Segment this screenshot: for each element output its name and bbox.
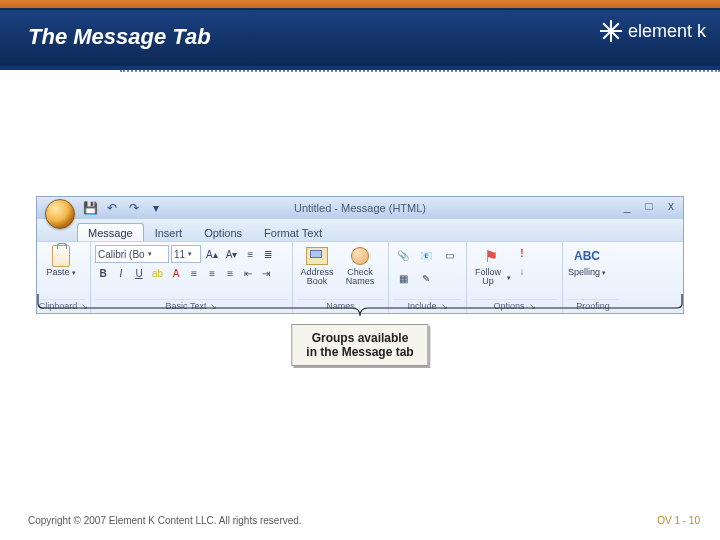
tab-insert[interactable]: Insert — [144, 223, 194, 241]
brand-star-icon — [600, 20, 622, 42]
redo-icon[interactable]: ↷ — [125, 199, 143, 217]
chevron-down-icon: ▾ — [72, 269, 76, 276]
window-title: Untitled - Message (HTML) — [294, 202, 426, 214]
spelling-button[interactable]: ABC Spelling▾ — [567, 245, 607, 277]
bullets-button[interactable]: ≡ — [242, 246, 258, 262]
footer-pageno: OV 1 - 10 — [657, 515, 700, 526]
callout-box: Groups available in the Message tab — [291, 324, 428, 366]
titlebar: 💾 ↶ ↷ ▾ Untitled - Message (HTML) _ □ x — [37, 197, 683, 219]
numbering-button[interactable]: ≣ — [260, 246, 276, 262]
check-names-button[interactable]: Check Names — [340, 245, 380, 287]
font-size-combo[interactable]: 11▾ — [171, 245, 201, 263]
check-names-icon — [351, 247, 369, 265]
font-color-button[interactable]: A — [168, 265, 184, 281]
business-card-button[interactable]: ▭ — [439, 245, 459, 265]
window-controls: _ □ x — [619, 199, 679, 213]
minimize-button[interactable]: _ — [619, 199, 635, 213]
attach-file-button[interactable]: 📎 — [393, 245, 413, 265]
bold-button[interactable]: B — [95, 265, 111, 281]
clipboard-icon — [52, 245, 70, 267]
tab-options[interactable]: Options — [193, 223, 253, 241]
address-book-button[interactable]: Address Book — [297, 245, 337, 287]
tab-format-text[interactable]: Format Text — [253, 223, 333, 241]
close-button[interactable]: x — [663, 199, 679, 213]
quick-access-toolbar: 💾 ↶ ↷ ▾ — [81, 199, 165, 217]
callout-line: in the Message tab — [306, 345, 413, 359]
ribbon-tabbar: Message Insert Options Format Text — [37, 219, 683, 241]
font-name-combo[interactable]: Calibri (Bo▾ — [95, 245, 169, 263]
qat-dropdown-icon[interactable]: ▾ — [147, 199, 165, 217]
align-center-button[interactable]: ≡ — [204, 265, 220, 281]
increase-indent-button[interactable]: ⇥ — [258, 265, 274, 281]
follow-up-button[interactable]: ⚑ Follow Up▾ — [471, 245, 511, 287]
undo-icon[interactable]: ↶ — [103, 199, 121, 217]
flag-icon: ⚑ — [478, 245, 504, 267]
align-left-button[interactable]: ≡ — [186, 265, 202, 281]
paste-button[interactable]: Paste▾ — [41, 245, 81, 277]
brace-annotation — [36, 292, 684, 322]
save-icon[interactable]: 💾 — [81, 199, 99, 217]
shrink-font-button[interactable]: A▾ — [223, 246, 241, 262]
maximize-button[interactable]: □ — [641, 199, 657, 213]
italic-button[interactable]: I — [113, 265, 129, 281]
high-importance-button[interactable]: ! — [514, 245, 530, 261]
abc-check-icon: ABC — [574, 245, 600, 267]
signature-button[interactable]: ✎ — [416, 268, 436, 288]
attach-item-button[interactable]: 📧 — [416, 245, 436, 265]
header-dotted-rule — [120, 64, 720, 72]
page-title: The Message Tab — [28, 24, 211, 50]
grow-font-button[interactable]: A▴ — [203, 246, 221, 262]
tab-message[interactable]: Message — [77, 223, 144, 241]
decrease-indent-button[interactable]: ⇤ — [240, 265, 256, 281]
address-book-icon — [306, 247, 328, 265]
low-importance-button[interactable]: ↓ — [514, 263, 530, 279]
callout-line: Groups available — [306, 331, 413, 345]
align-right-button[interactable]: ≡ — [222, 265, 238, 281]
brand-text: element k — [628, 21, 706, 42]
header-accent-bar — [0, 0, 720, 8]
office-button[interactable] — [45, 199, 75, 229]
underline-button[interactable]: U — [131, 265, 147, 281]
highlight-button[interactable]: ab — [149, 265, 166, 281]
footer-copyright: Copyright © 2007 Element K Content LLC. … — [28, 515, 302, 526]
brand-logo: element k — [600, 20, 706, 42]
calendar-button[interactable]: ▦ — [393, 268, 413, 288]
